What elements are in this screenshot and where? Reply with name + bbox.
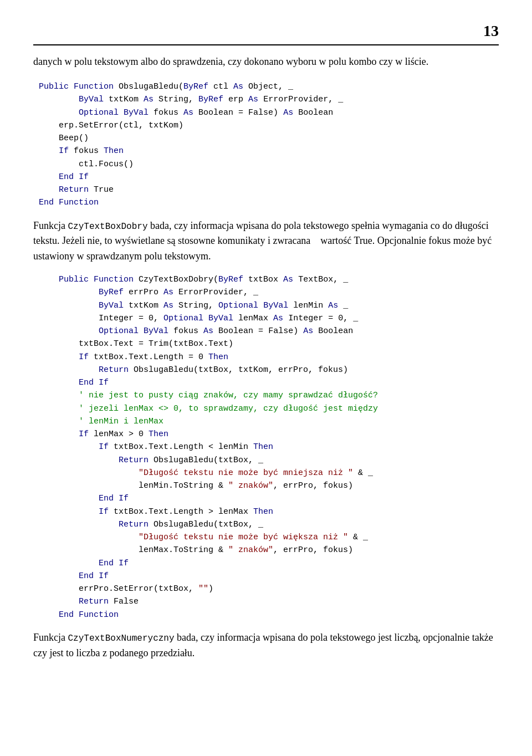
prose-paragraph-1: Funkcja CzyTextBoxDobry bada, czy inform… xyxy=(33,218,499,265)
code-block-1: Public Function ObslugaBledu(ByRef ctl A… xyxy=(33,80,499,210)
page-number: 13 xyxy=(33,22,499,45)
intro-paragraph: danych w polu tekstowym albo do sprawdze… xyxy=(33,54,499,69)
prose-paragraph-2: Funkcja CzyTextBoxNumeryczny bada, czy i… xyxy=(33,630,499,661)
code-block-2: Public Function CzyTextBoxDobry(ByRef tx… xyxy=(33,273,499,621)
